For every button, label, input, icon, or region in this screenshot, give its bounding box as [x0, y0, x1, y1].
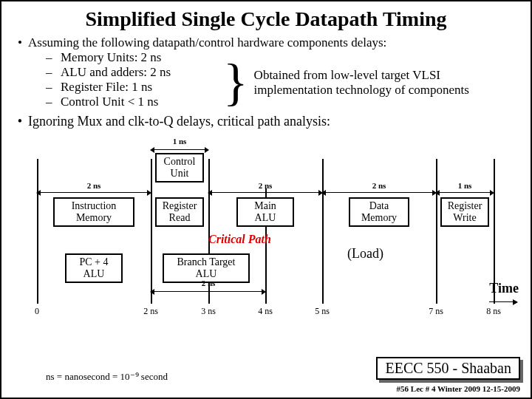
duration-2ns: 2 ns	[202, 279, 216, 287]
stage-register-read: Register Read	[155, 197, 204, 227]
gridline-5ns	[322, 159, 324, 304]
tick-7ns: 7 ns	[429, 306, 443, 317]
assume-text: Assuming the following datapath/control …	[28, 35, 386, 50]
bullet-dot: •	[12, 114, 28, 129]
curly-brace-icon: }	[223, 61, 248, 105]
gridline-7ns	[436, 159, 437, 304]
tick-5ns: 5 ns	[315, 306, 330, 317]
footnote-ns: ns = nanosecond = 10⁻⁹ second	[46, 371, 168, 383]
time-arrow-icon	[489, 301, 517, 302]
bullet-assumptions: • Assuming the following datapath/contro…	[12, 35, 520, 50]
duration-2ns: 2 ns	[87, 181, 101, 190]
time-axis-label: Time	[489, 281, 519, 296]
bullet-ignore: • Ignoring Mux and clk-to-Q delays, crit…	[12, 114, 520, 129]
stage-instruction-memory: Instruction Memory	[53, 197, 134, 227]
slide-meta: #56 Lec # 4 Winter 2009 12-15-2009	[397, 384, 520, 393]
stage-data-memory: Data Memory	[349, 197, 409, 227]
tick-4ns: 4 ns	[258, 306, 273, 317]
duration-1ns: 1 ns	[173, 137, 187, 146]
brace-note: } Obtained from low-level target VLSI im…	[223, 61, 505, 105]
bullet-list: • Assuming the following datapath/contro…	[12, 35, 520, 129]
tick-3ns: 3 ns	[201, 306, 216, 317]
duration-2ns: 2 ns	[372, 181, 386, 190]
vlsi-note: Obtained from low-level target VLSI impl…	[254, 68, 505, 98]
load-label: (Load)	[347, 246, 383, 262]
critical-path-label: Critical Path	[208, 233, 271, 246]
slide-title: Simplified Single Cycle Datapath Timing	[12, 7, 520, 31]
stage-main-alu: Main ALU	[236, 197, 294, 227]
gridline-2ns	[151, 159, 152, 304]
tick-2ns: 2 ns	[143, 306, 158, 317]
bullet-dot: •	[12, 35, 28, 50]
tick-8ns: 8 ns	[486, 306, 501, 317]
ignore-text: Ignoring Mux and clk-to-Q delays, critic…	[28, 114, 330, 129]
stage-pc4-alu: PC + 4 ALU	[65, 253, 123, 283]
stage-control-unit: Control Unit	[155, 153, 204, 183]
tick-0: 0	[35, 306, 39, 317]
stage-register-write: Register Write	[440, 197, 489, 227]
duration-arrow	[151, 287, 265, 296]
slide: Simplified Single Cycle Datapath Timing …	[0, 0, 532, 399]
course-footer: EECC 550 - Shaaban	[376, 357, 520, 380]
timing-diagram: 1 ns 2 ns 2 ns 2 ns 1 ns Control Unit In…	[15, 137, 517, 321]
gridline-0ns	[37, 159, 38, 304]
duration-2ns: 2 ns	[259, 181, 273, 190]
duration-1ns: 1 ns	[458, 181, 472, 190]
